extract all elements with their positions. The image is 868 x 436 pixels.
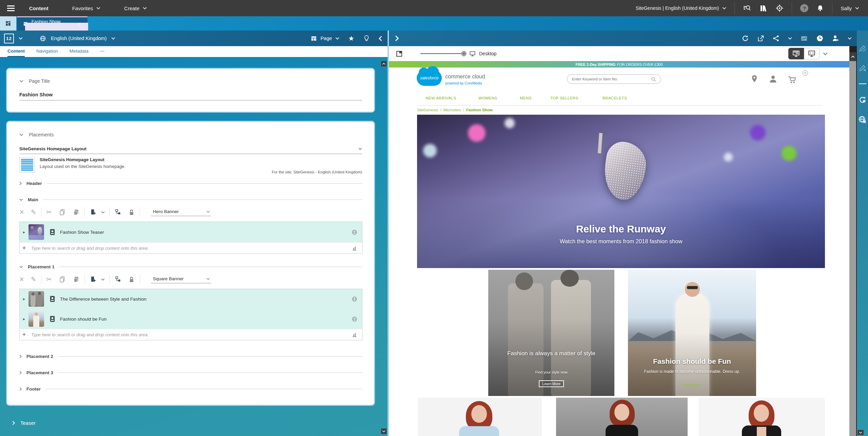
store-search-input[interactable] [567,74,661,84]
breadcrumb-microsites[interactable]: Microsites [443,108,461,112]
main-dropzone[interactable]: + Type here to search or drag and drop c… [20,243,362,253]
delete-icon[interactable]: × [19,208,24,216]
layout-selector[interactable]: SiteGenesis Homepage Layout [19,146,362,154]
favorite-star-icon[interactable]: ★ [348,35,354,42]
preview-scrollbar[interactable] [849,61,856,436]
section-main[interactable]: Main [19,197,362,202]
user-settings-icon[interactable] [832,35,840,42]
teaser-group-header[interactable]: Teaser [12,420,36,426]
lock-levels-icon[interactable] [128,209,135,216]
expand-right-icon[interactable] [395,35,399,41]
share-icon[interactable] [772,35,780,42]
breadcrumb-sitegenesis[interactable]: SiteGenesis [417,108,438,112]
section-placement-1[interactable]: Placement 1 [19,264,362,269]
cut-scissors-icon[interactable]: ✂ [46,208,52,216]
nav-new-arrivals[interactable]: NEW ARRIVALS [426,96,456,100]
magnifier-icon[interactable] [651,76,656,82]
section-placement-2[interactable]: Placement 2 [19,354,362,359]
square-banner-style[interactable]: Fashion is always a matter of style Find… [488,270,614,396]
product-image[interactable] [698,398,825,436]
nav-bracelets[interactable]: BRACELETS [603,96,627,100]
image-preview-icon[interactable] [800,35,808,42]
strip-scroll-down-button[interactable] [857,430,864,435]
edit-pencil-icon[interactable]: ✎ [31,276,36,283]
menu-content[interactable]: Content [29,5,48,11]
chevron-down-icon[interactable] [823,52,828,55]
page-title-section-header[interactable]: Page Title [19,78,50,84]
menu-favorites[interactable]: Favorites [72,5,101,11]
product-image[interactable] [418,398,542,436]
menu-create[interactable]: Create [124,5,147,11]
tab-metadata[interactable]: Metadata [70,46,88,57]
frame-layout-icon[interactable] [396,50,403,57]
cart-icon[interactable] [787,75,797,84]
scroll-down-button[interactable] [381,429,387,434]
bookmarks-icon[interactable] [759,4,767,12]
hero-banner[interactable]: Relive the Runway Watch the best moments… [417,115,825,268]
main-view-selector[interactable]: Hero Banner [151,208,211,216]
placement1-dropzone[interactable]: + Type here to search or drag and drop c… [20,329,362,340]
home-tab[interactable] [0,16,16,31]
section-header-collapsed[interactable]: Header [19,181,362,186]
tab-navigation[interactable]: Navigation [36,46,58,57]
user-menu[interactable]: Sally [841,5,859,11]
analytics-chart-icon[interactable] [352,332,357,338]
slider-knob[interactable] [461,51,467,56]
tab-content[interactable]: Content [7,46,25,57]
chevron-down-icon[interactable] [19,37,23,40]
store-locator-pin-icon[interactable] [750,74,758,83]
collapse-left-icon[interactable] [379,36,382,41]
paste-icon[interactable] [73,276,80,283]
dashboard-target-icon[interactable] [775,4,784,12]
list-item-style-fashion[interactable]: ▸ The Difference between Style and Fashi… [20,289,362,309]
placement1-view-selector[interactable]: Square Banner [151,275,211,283]
expand-arrow-icon[interactable]: ▸ [20,317,28,321]
section-footer[interactable]: Footer [19,386,362,392]
help-icon[interactable]: ? [800,4,808,12]
discard-changes-pen-icon[interactable] [859,64,867,72]
chevron-down-icon[interactable] [101,211,105,213]
square1-learn-more-button[interactable]: Learn More [539,380,564,387]
preview-mode-content-button[interactable] [788,48,804,59]
analytics-chart-icon[interactable] [352,245,357,251]
translation-globe-icon[interactable] [352,229,357,235]
globe-remove-icon[interactable] [858,115,867,124]
chevron-down-icon[interactable] [101,278,105,281]
nav-top-sellers[interactable]: TOP SELLERS [550,96,578,100]
nav-mens[interactable]: MENS [520,96,532,100]
copy-icon[interactable] [59,276,66,283]
list-item-fashion-fun[interactable]: ▸ Fashion should be Fun [20,309,362,329]
sync-refresh-icon[interactable] [859,96,867,104]
close-tab-icon[interactable]: × [78,21,81,27]
delete-icon[interactable]: × [19,275,24,283]
preview-scroll-up-button[interactable] [849,52,856,61]
main-menu-button[interactable] [0,0,22,16]
site-selector[interactable]: SiteGenesis | English (United Kingdom) [636,5,727,11]
search-library-icon[interactable] [743,4,751,12]
lightbulb-icon[interactable] [363,35,370,42]
salesforce-logo[interactable]: salesforce [417,70,442,86]
time-travel-clock-icon[interactable] [816,35,824,42]
link-structure-icon[interactable] [115,276,121,283]
locale-label[interactable]: English (United Kingdom) [51,36,106,41]
edit-pencil-icon[interactable]: ✎ [31,208,36,216]
copy-icon[interactable] [59,209,66,216]
apply-changes-pen-icon[interactable] [859,44,867,52]
preview-mode-responsive-button[interactable] [804,48,820,59]
expand-arrow-icon[interactable]: ▸ [20,230,28,234]
translation-globe-icon[interactable] [352,296,357,302]
cut-scissors-icon[interactable]: ✂ [46,275,52,283]
lock-levels-icon[interactable] [128,276,135,283]
square-banner-fun[interactable]: Fashion should be Fun Fashion is made to… [628,270,756,396]
translation-globe-icon[interactable] [352,316,357,322]
placements-section-header[interactable]: Placements [19,132,54,137]
link-structure-icon[interactable] [115,209,121,215]
nav-womens[interactable]: WOMENS [478,96,497,100]
layout-item-title[interactable]: SiteGenesis Homepage Layout [40,157,104,162]
notifications-bell-icon[interactable] [816,4,824,12]
list-item-fashion-show-teaser[interactable]: ▸ Fashion Show Teaser [20,222,362,243]
device-size-slider[interactable] [420,53,464,54]
account-person-icon[interactable] [769,75,777,83]
paste-icon[interactable] [73,209,80,216]
add-document-icon[interactable] [90,276,96,283]
